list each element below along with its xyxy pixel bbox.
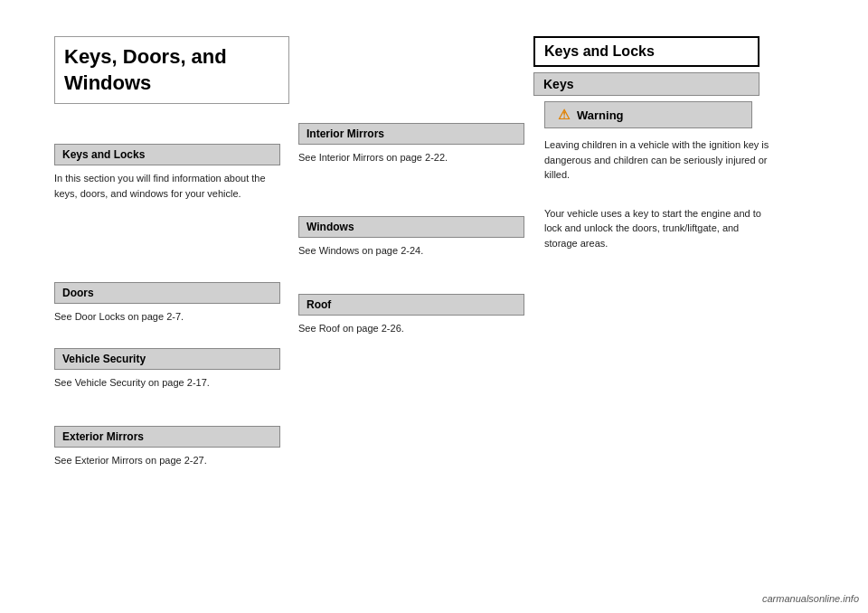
page-container: Keys, Doors, and Windows Keys and Locks … — [0, 0, 868, 613]
doors-text: See Door Locks on page 2‑7. — [54, 309, 280, 325]
middle-column: Interior Mirrors See Interior Mirrors on… — [298, 36, 533, 345]
right-column: Keys and Locks Keys ⚠ Warning Leaving ch… — [533, 36, 769, 259]
left-column: Keys, Doors, and Windows Keys and Locks … — [54, 36, 298, 477]
windows-text: See Windows on page 2‑24. — [298, 243, 524, 259]
vehicle-security-label: Vehicle Security — [54, 348, 280, 370]
watermark: carmanualsonline.info — [762, 593, 859, 604]
warning-label: Warning — [577, 108, 624, 122]
interior-mirrors-label: Interior Mirrors — [298, 123, 524, 145]
keys-text: Your vehicle uses a key to start the eng… — [544, 206, 770, 251]
keys-subheader: Keys — [533, 72, 760, 96]
doors-label: Doors — [54, 282, 280, 304]
warning-badge: ⚠ Warning — [544, 101, 752, 128]
roof-text: See Roof on page 2‑26. — [298, 321, 524, 336]
main-title: Keys, Doors, and Windows — [54, 36, 289, 104]
windows-label: Windows — [298, 216, 524, 238]
warning-text: Leaving children in a vehicle with the i… — [544, 137, 770, 183]
keys-and-locks-label-left: Keys and Locks — [54, 144, 280, 165]
exterior-mirrors-label: Exterior Mirrors — [54, 426, 280, 448]
interior-mirrors-text: See Interior Mirrors on page 2‑22. — [298, 150, 524, 165]
warning-icon: ⚠ — [558, 107, 570, 123]
keys-locks-text: In this section you will find informatio… — [54, 171, 280, 201]
keys-and-locks-header: Keys and Locks — [533, 36, 760, 67]
roof-label: Roof — [298, 294, 524, 316]
watermark-text: carmanualsonline.info — [762, 593, 859, 604]
exterior-mirrors-text: See Exterior Mirrors on page 2‑27. — [54, 453, 280, 468]
vehicle-security-text: See Vehicle Security on page 2‑17. — [54, 375, 280, 391]
